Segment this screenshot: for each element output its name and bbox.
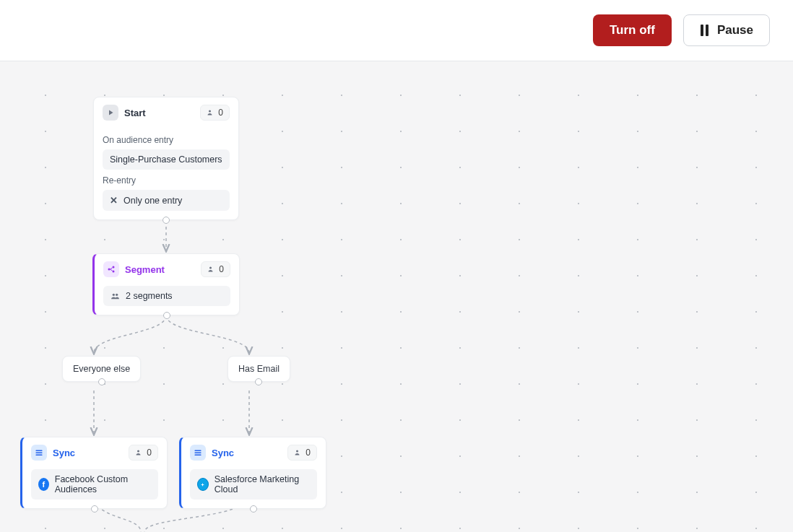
sync-icon [190, 445, 206, 461]
users-icon [207, 265, 216, 274]
branch-everyone-else-label: Everyone else [73, 364, 130, 374]
sync-salesforce-node[interactable]: Sync 0 Salesforce Marketing Cloud [179, 437, 326, 509]
sync-right-count-value: 0 [306, 448, 311, 458]
start-node-output-port[interactable] [162, 217, 170, 224]
svg-point-5 [113, 293, 115, 295]
start-node[interactable]: Start 0 On audience entry Single-Purchas… [93, 97, 239, 220]
svg-point-1 [108, 269, 110, 271]
pause-button[interactable]: Pause [683, 14, 770, 46]
svg-point-6 [116, 293, 118, 295]
sync-icon [31, 445, 47, 461]
sync-left-target-value: Facebook Custom Audiences [55, 474, 151, 494]
svg-point-4 [209, 267, 212, 269]
sync-right-target-value: Salesforce Marketing Cloud [214, 474, 310, 494]
header: Turn off Pause [0, 0, 793, 61]
segment-node[interactable]: Segment 0 2 segments [92, 253, 240, 315]
segment-node-count: 0 [201, 261, 230, 277]
pause-button-label: Pause [717, 23, 753, 38]
start-audience-value: Single-Purchase Customers [110, 154, 222, 165]
branch-has-email[interactable]: Has Email [228, 356, 290, 382]
branch-left-output-port[interactable] [98, 378, 105, 385]
start-node-title: Start [124, 108, 146, 118]
sync-right-count: 0 [287, 445, 317, 461]
sync-left-target-pill[interactable]: f Facebook Custom Audiences [31, 469, 158, 500]
segment-summary-value: 2 segments [126, 291, 173, 301]
users-icon [207, 108, 215, 117]
svg-rect-13 [195, 455, 202, 456]
turn-off-button[interactable]: Turn off [593, 14, 672, 46]
svg-point-2 [113, 266, 115, 269]
svg-rect-11 [195, 450, 202, 452]
close-icon: ✕ [110, 195, 118, 206]
sync-right-target-pill[interactable]: Salesforce Marketing Cloud [190, 469, 317, 500]
users-icon [294, 448, 303, 457]
users-icon [110, 292, 120, 301]
split-icon [103, 261, 119, 277]
segment-summary-pill[interactable]: 2 segments [103, 286, 230, 306]
start-audience-label: On audience entry [103, 135, 230, 145]
start-reentry-label: Re-entry [103, 175, 230, 186]
journey-canvas[interactable]: Start 0 On audience entry Single-Purchas… [0, 61, 793, 532]
start-reentry-value: Only one entry [124, 196, 182, 206]
start-audience-pill[interactable]: Single-Purchase Customers [103, 149, 230, 170]
branch-everyone-else[interactable]: Everyone else [62, 356, 141, 382]
svg-point-3 [113, 271, 115, 273]
svg-point-0 [209, 110, 211, 113]
sync-left-output-port[interactable] [91, 505, 98, 513]
segment-node-title: Segment [125, 264, 165, 275]
svg-point-14 [296, 450, 298, 453]
sync-right-output-port[interactable] [250, 505, 257, 513]
segment-node-output-port[interactable] [163, 312, 170, 319]
start-reentry-pill[interactable]: ✕ Only one entry [103, 190, 230, 211]
branch-right-output-port[interactable] [255, 378, 262, 385]
svg-rect-9 [36, 455, 43, 456]
svg-rect-12 [195, 453, 202, 454]
sync-left-count-value: 0 [147, 448, 152, 458]
sync-facebook-node[interactable]: Sync 0 f Facebook Custom Audiences [20, 437, 168, 509]
start-node-count: 0 [200, 105, 230, 121]
sync-left-title: Sync [53, 448, 75, 458]
sync-right-title: Sync [212, 448, 234, 458]
branch-has-email-label: Has Email [238, 364, 280, 374]
start-node-count-value: 0 [218, 108, 223, 118]
svg-rect-7 [36, 450, 43, 452]
segment-node-count-value: 0 [219, 264, 224, 274]
facebook-icon: f [38, 478, 49, 491]
salesforce-icon [197, 478, 209, 491]
users-icon [135, 448, 144, 457]
svg-point-10 [137, 450, 139, 453]
pause-icon [700, 25, 710, 37]
svg-rect-8 [36, 453, 43, 454]
sync-left-count: 0 [129, 445, 158, 461]
play-icon [103, 105, 118, 121]
